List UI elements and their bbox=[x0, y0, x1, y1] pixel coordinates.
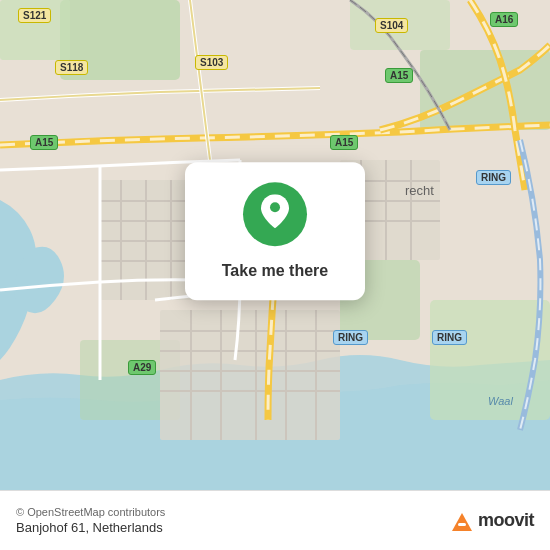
moovit-icon bbox=[448, 507, 476, 535]
road-label-a15-right: A15 bbox=[330, 135, 358, 150]
svg-rect-20 bbox=[160, 350, 340, 352]
svg-rect-27 bbox=[315, 310, 317, 440]
svg-rect-15 bbox=[145, 180, 147, 300]
road-label-ring-2: RING bbox=[333, 330, 368, 345]
footer: © OpenStreetMap contributors Banjohof 61… bbox=[0, 490, 550, 550]
svg-rect-39 bbox=[458, 523, 466, 526]
road-label-s104: S104 bbox=[375, 18, 408, 33]
svg-rect-34 bbox=[410, 160, 412, 260]
svg-rect-26 bbox=[285, 310, 287, 440]
location-pin-icon bbox=[261, 194, 289, 235]
svg-text:recht: recht bbox=[405, 183, 434, 198]
road-label-ring-1: RING bbox=[476, 170, 511, 185]
location-pin-circle bbox=[243, 182, 307, 246]
road-label-a15-top: A15 bbox=[385, 68, 413, 83]
osm-credit: © OpenStreetMap contributors bbox=[16, 506, 165, 518]
svg-rect-19 bbox=[160, 330, 340, 332]
svg-marker-38 bbox=[452, 513, 472, 531]
take-me-there-button[interactable]: Take me there bbox=[222, 258, 328, 284]
navigation-card: Take me there bbox=[185, 162, 365, 300]
footer-left: © OpenStreetMap contributors Banjohof 61… bbox=[16, 506, 165, 535]
road-label-a15-left: A15 bbox=[30, 135, 58, 150]
svg-rect-21 bbox=[160, 370, 340, 372]
road-label-s103: S103 bbox=[195, 55, 228, 70]
road-label-ring-3: RING bbox=[432, 330, 467, 345]
svg-rect-25 bbox=[255, 310, 257, 440]
moovit-text: moovit bbox=[478, 510, 534, 531]
svg-rect-16 bbox=[170, 180, 172, 300]
road-label-s118: S118 bbox=[55, 60, 88, 75]
svg-rect-33 bbox=[385, 160, 387, 260]
map-container: recht Waal S121 S118 A15 A15 A15 A16 S10… bbox=[0, 0, 550, 490]
road-label-a29-2: A29 bbox=[128, 360, 156, 375]
svg-rect-18 bbox=[160, 310, 340, 440]
address-text: Banjohof 61, Netherlands bbox=[16, 520, 165, 535]
road-label-a16: A16 bbox=[490, 12, 518, 27]
svg-text:Waal: Waal bbox=[488, 395, 513, 407]
svg-rect-24 bbox=[220, 310, 222, 440]
moovit-logo: moovit bbox=[448, 507, 534, 535]
svg-point-37 bbox=[270, 202, 280, 212]
svg-rect-22 bbox=[160, 390, 340, 392]
svg-rect-23 bbox=[190, 310, 192, 440]
road-label-s121: S121 bbox=[18, 8, 51, 23]
